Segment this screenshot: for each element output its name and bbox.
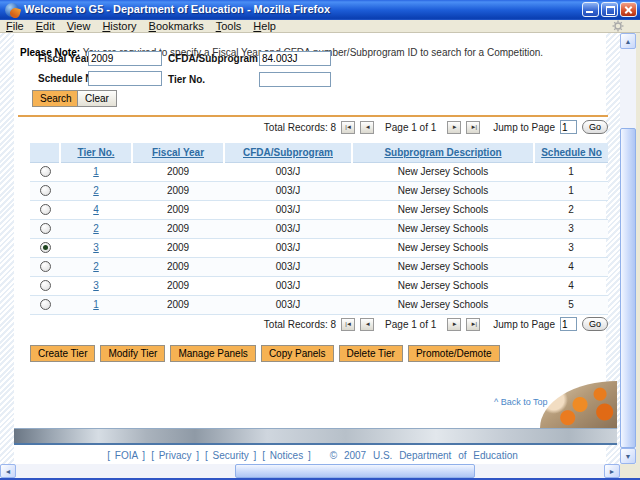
scroll-right-icon[interactable]: ► bbox=[604, 464, 620, 478]
description-cell: New Jersey Schools bbox=[352, 276, 534, 295]
vertical-scrollbar[interactable]: ▲ ▼ bbox=[620, 33, 636, 464]
next-page-button[interactable]: ► bbox=[447, 318, 461, 331]
page-content: Please Note: You are required to specify… bbox=[0, 33, 620, 464]
go-button[interactable]: Go bbox=[582, 120, 608, 134]
menu-file[interactable]: File bbox=[0, 20, 30, 32]
table-row: 22009003/JNew Jersey Schools3 bbox=[30, 219, 608, 238]
menu-history[interactable]: History bbox=[96, 20, 142, 32]
total-records: Total Records: 8 bbox=[264, 319, 336, 330]
header-schedule-no: Schedule No bbox=[534, 143, 608, 162]
schedule-no-cell: 2 bbox=[534, 200, 608, 219]
header-description-link[interactable]: Subprogram Description bbox=[384, 147, 501, 158]
footer-link-foia[interactable]: [ FOIA ] bbox=[107, 450, 145, 461]
table-row: 32009003/JNew Jersey Schools3 bbox=[30, 238, 608, 257]
cfda-subprogram-input[interactable] bbox=[259, 51, 331, 66]
footer-link-privacy[interactable]: [ Privacy ] bbox=[151, 450, 199, 461]
delete-tier-button[interactable]: Delete Tier bbox=[339, 345, 403, 362]
row-radio-button[interactable] bbox=[40, 299, 51, 310]
clear-button[interactable]: Clear bbox=[77, 90, 117, 107]
menu-edit[interactable]: Edit bbox=[30, 20, 61, 32]
prev-page-button[interactable]: ◄ bbox=[360, 318, 374, 331]
radio-cell bbox=[30, 238, 60, 257]
go-button[interactable]: Go bbox=[582, 317, 608, 331]
scroll-left-icon[interactable]: ◄ bbox=[0, 464, 16, 478]
last-page-button[interactable]: ►| bbox=[466, 121, 480, 134]
schedule-no-cell: 1 bbox=[534, 162, 608, 181]
tier-cell: 1 bbox=[60, 295, 132, 314]
metallic-footer-bar bbox=[14, 428, 617, 445]
copy-panels-button[interactable]: Copy Panels bbox=[261, 345, 334, 362]
tier-link[interactable]: 4 bbox=[93, 204, 99, 215]
menu-help[interactable]: Help bbox=[247, 20, 282, 32]
menu-view[interactable]: View bbox=[61, 20, 97, 32]
row-radio-button[interactable] bbox=[40, 185, 51, 196]
cfda-cell: 003/J bbox=[224, 200, 352, 219]
row-radio-button[interactable] bbox=[40, 280, 51, 291]
jump-to-page-input[interactable] bbox=[560, 317, 577, 331]
promote-demote-button[interactable]: Promote/Demote bbox=[408, 345, 500, 362]
tier-link[interactable]: 3 bbox=[93, 280, 99, 291]
jump-to-page-input[interactable] bbox=[560, 120, 577, 134]
tier-link[interactable]: 1 bbox=[93, 166, 99, 177]
schedule-no-cell: 3 bbox=[534, 219, 608, 238]
menu-tools[interactable]: Tools bbox=[210, 20, 248, 32]
tier-no-input[interactable] bbox=[259, 72, 331, 87]
cfda-cell: 003/J bbox=[224, 181, 352, 200]
tier-cell: 4 bbox=[60, 200, 132, 219]
scroll-down-icon[interactable]: ▼ bbox=[620, 448, 636, 464]
jump-to-page-label: Jump to Page bbox=[493, 319, 555, 330]
tier-link[interactable]: 2 bbox=[93, 261, 99, 272]
radio-cell bbox=[30, 257, 60, 276]
tier-link[interactable]: 3 bbox=[93, 242, 99, 253]
header-tier-no-link[interactable]: Tier No. bbox=[77, 147, 114, 158]
schedule-no-cell: 3 bbox=[534, 238, 608, 257]
row-radio-button[interactable] bbox=[40, 242, 51, 253]
vertical-scrollbar-thumb[interactable] bbox=[620, 128, 636, 448]
horizontal-scrollbar-thumb[interactable] bbox=[235, 464, 475, 478]
tier-link[interactable]: 1 bbox=[93, 299, 99, 310]
tier-link[interactable]: 2 bbox=[93, 223, 99, 234]
radio-cell bbox=[30, 276, 60, 295]
schedule-no-cell: 1 bbox=[534, 181, 608, 200]
results-body: 12009003/JNew Jersey Schools122009003/JN… bbox=[30, 162, 608, 314]
search-button[interactable]: Search bbox=[32, 90, 80, 107]
row-radio-button[interactable] bbox=[40, 223, 51, 234]
fiscal-year-input[interactable] bbox=[88, 51, 162, 66]
fiscal-year-cell: 2009 bbox=[132, 238, 224, 257]
left-hatch-decoration bbox=[0, 33, 14, 464]
prev-page-icon: ◄ bbox=[365, 321, 370, 327]
tier-cell: 2 bbox=[60, 257, 132, 276]
header-fiscal-year-link[interactable]: Fiscal Year bbox=[152, 147, 204, 158]
tier-cell: 3 bbox=[60, 276, 132, 295]
last-page-button[interactable]: ►| bbox=[466, 318, 480, 331]
fiscal-year-cell: 2009 bbox=[132, 257, 224, 276]
prev-page-button[interactable]: ◄ bbox=[360, 121, 374, 134]
menu-bookmarks[interactable]: Bookmarks bbox=[143, 20, 210, 32]
header-schedule-no-link[interactable]: Schedule No bbox=[541, 147, 602, 158]
description-cell: New Jersey Schools bbox=[352, 181, 534, 200]
modify-tier-button[interactable]: Modify Tier bbox=[100, 345, 165, 362]
row-radio-button[interactable] bbox=[40, 204, 51, 215]
row-radio-button[interactable] bbox=[40, 166, 51, 177]
first-page-button[interactable]: |◄ bbox=[341, 121, 355, 134]
close-button[interactable] bbox=[620, 2, 637, 17]
back-to-top-link[interactable]: ^ Back to Top bbox=[494, 397, 548, 407]
tier-link[interactable]: 2 bbox=[93, 185, 99, 196]
minimize-button[interactable] bbox=[582, 2, 599, 17]
schedule-no-input[interactable] bbox=[88, 71, 162, 86]
jump-to-page-label: Jump to Page bbox=[493, 122, 555, 133]
schedule-no-cell: 4 bbox=[534, 276, 608, 295]
first-page-button[interactable]: |◄ bbox=[341, 318, 355, 331]
create-tier-button[interactable]: Create Tier bbox=[30, 345, 95, 362]
next-page-button[interactable]: ► bbox=[447, 121, 461, 134]
horizontal-scrollbar[interactable]: ◄ ► bbox=[0, 464, 620, 478]
cfda-cell: 003/J bbox=[224, 257, 352, 276]
footer-link-security[interactable]: [ Security ] bbox=[205, 450, 256, 461]
manage-panels-button[interactable]: Manage Panels bbox=[170, 345, 256, 362]
row-radio-button[interactable] bbox=[40, 261, 51, 272]
header-cfda-link[interactable]: CFDA/Subprogram bbox=[243, 147, 333, 158]
table-row: 22009003/JNew Jersey Schools4 bbox=[30, 257, 608, 276]
maximize-button[interactable] bbox=[601, 2, 618, 17]
scroll-up-icon[interactable]: ▲ bbox=[620, 33, 636, 49]
footer-link-notices[interactable]: [ Notices ] bbox=[262, 450, 310, 461]
